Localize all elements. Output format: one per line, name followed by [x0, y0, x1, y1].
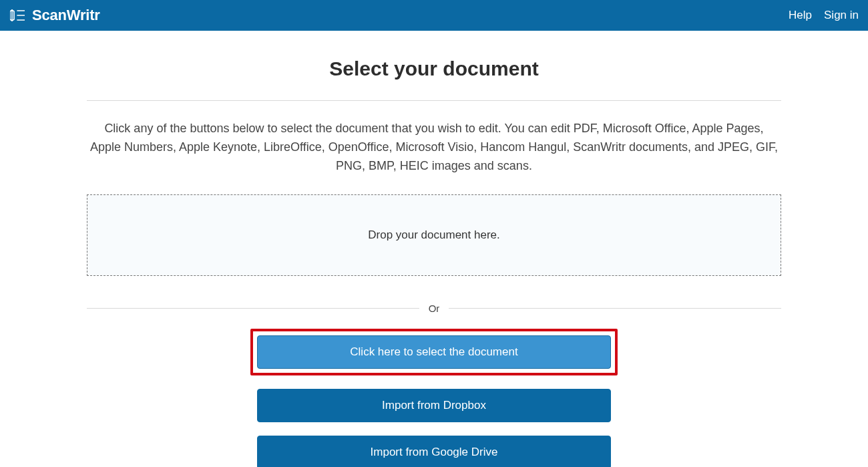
or-label: Or [429, 303, 440, 314]
dropzone[interactable]: Drop your document here. [87, 194, 781, 276]
intro-text: Click any of the buttons below to select… [87, 120, 781, 176]
or-line-left [87, 308, 419, 309]
import-dropbox-button[interactable]: Import from Dropbox [257, 389, 611, 422]
main-container: Select your document Click any of the bu… [80, 57, 788, 467]
or-line-right [449, 308, 781, 309]
brand-name: ScanWritr [32, 7, 100, 24]
signin-link[interactable]: Sign in [824, 9, 859, 22]
header-left: ScanWritr [9, 7, 100, 24]
scanwritr-logo-icon [9, 7, 25, 23]
dropzone-text: Drop your document here. [368, 228, 500, 242]
or-separator: Or [87, 303, 781, 314]
import-google-drive-button[interactable]: Import from Google Drive [257, 436, 611, 467]
select-document-button[interactable]: Click here to select the document [257, 335, 611, 369]
button-stack: Click here to select the document Import… [87, 329, 781, 467]
header-right: Help Sign in [789, 9, 859, 22]
help-link[interactable]: Help [789, 9, 812, 22]
highlighted-button-frame: Click here to select the document [250, 329, 618, 375]
page-title: Select your document [87, 57, 781, 80]
app-header: ScanWritr Help Sign in [0, 0, 868, 31]
title-divider [87, 100, 781, 101]
